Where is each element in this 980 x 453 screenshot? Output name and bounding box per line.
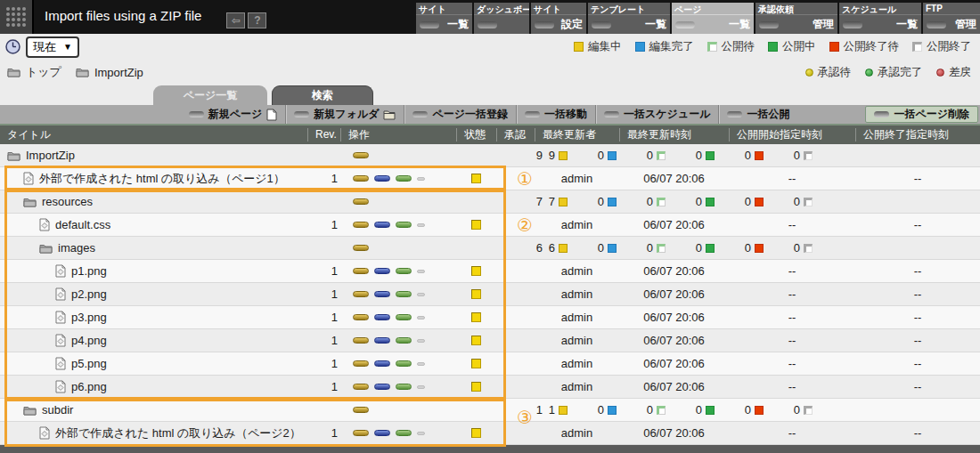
publish-pill-icon[interactable] (396, 360, 412, 367)
row-title-page[interactable]: p6.png (0, 380, 307, 393)
breadcrumb-item-1[interactable]: トップ (7, 64, 61, 80)
publish-pill-icon[interactable] (396, 291, 412, 297)
toolbar-button-4[interactable]: 一括移動 (516, 105, 595, 124)
legend-label: 差戻 (949, 65, 971, 80)
count-pair: 0 (690, 195, 739, 208)
view-tab-2[interactable]: 検索 (272, 85, 373, 105)
preview-pill-icon[interactable] (374, 360, 390, 367)
preview-pill-icon[interactable] (374, 314, 390, 320)
count-value: 0 (641, 241, 653, 255)
breadcrumb-item-2[interactable]: ImportZip (76, 66, 143, 79)
row-publish-start: -- (729, 380, 855, 393)
table-row: images6600000 (0, 237, 980, 260)
publish-pill-icon[interactable] (396, 384, 412, 390)
row-title-folder[interactable]: subdir (0, 403, 307, 417)
row-title-folder[interactable]: ImportZip (0, 149, 307, 162)
row-title-page[interactable]: p4.png (0, 334, 307, 347)
toolbar-button-6[interactable]: 一括公開 (718, 105, 797, 124)
edit-pill-icon[interactable] (353, 384, 369, 390)
row-title-label: subdir (42, 403, 73, 417)
row-status (456, 312, 496, 322)
nav-tab-8[interactable]: FTP管理 (923, 3, 980, 34)
nav-tab-1[interactable]: サイト一覧 (416, 3, 472, 34)
table-row: p1.png1admin06/07 20:06---- (0, 260, 980, 283)
edit-pill-icon[interactable] (353, 198, 369, 205)
help-icon[interactable]: ? (248, 12, 266, 28)
publish-pill-icon[interactable] (396, 175, 412, 182)
edit-pill-icon[interactable] (353, 268, 369, 274)
edit-pill-icon[interactable] (353, 222, 369, 228)
publish-pill-icon[interactable] (396, 337, 412, 344)
edit-pill-icon[interactable] (353, 175, 369, 182)
toolbar-button-1[interactable]: 新規ページ (181, 105, 286, 124)
row-title-page[interactable]: p3.png (0, 311, 307, 324)
preview-pill-icon[interactable] (374, 291, 390, 297)
nav-tab-6[interactable]: 承認依頼管理 (755, 3, 837, 34)
nav-tab-category: ページ (672, 3, 754, 15)
status-editing-icon (471, 174, 481, 183)
toolbar-button-7[interactable]: 一括ページ削除 (865, 106, 978, 123)
row-editor: admin (535, 172, 619, 185)
row-title-page[interactable]: 外部で作成された html の取り込み（ページ2） (0, 425, 307, 441)
edit-pill-icon[interactable] (353, 360, 369, 367)
edit-pill-icon[interactable] (353, 314, 369, 320)
count-pair: 0 (739, 149, 788, 162)
preview-pill-icon[interactable] (374, 175, 390, 182)
nav-tab-action: 管理 (813, 17, 834, 32)
nav-tab-action: 設定 (561, 17, 583, 32)
new-page-icon (266, 109, 277, 121)
edit-pill-icon[interactable] (353, 337, 369, 344)
publish-pill-icon[interactable] (396, 430, 412, 436)
row-title-folder[interactable]: resources (0, 195, 307, 208)
page-icon (55, 357, 66, 370)
edit-pill-icon[interactable] (353, 245, 369, 251)
row-publish-start: -- (729, 357, 855, 370)
status-marker-green-icon (706, 244, 715, 253)
nav-tab-3[interactable]: サイト設定 (531, 3, 586, 34)
back-icon[interactable]: ⇦ (226, 12, 245, 28)
row-title-page[interactable]: p2.png (0, 287, 307, 301)
nav-tab-7[interactable]: スケジュール一覧 (839, 3, 921, 34)
red-circle-icon (936, 69, 944, 77)
nav-tab-2[interactable]: ダッシュボード (474, 3, 529, 34)
time-filter-select[interactable]: 現在 ▼ (26, 36, 79, 58)
preview-pill-icon[interactable] (374, 337, 390, 344)
row-title-page[interactable]: 外部で作成された html の取り込み（ページ1） (0, 171, 307, 187)
toolbar-button-3[interactable]: ページ一括登録 (404, 105, 516, 124)
toolbar-button-5[interactable]: 一括スケジュール (595, 105, 718, 124)
preview-pill-icon[interactable] (374, 268, 390, 274)
status-marker-red-icon (755, 151, 764, 160)
preview-pill-icon[interactable] (374, 222, 390, 228)
publish-pill-icon[interactable] (396, 222, 412, 228)
toolbar-button-2[interactable]: 新規フォルダ (285, 105, 404, 124)
edit-pill-icon[interactable] (353, 291, 369, 297)
status-marker-corner-gray-icon (804, 151, 813, 160)
column-header-7: 最終更新時刻 (619, 128, 729, 142)
row-operations (340, 175, 456, 182)
publish-pill-icon[interactable] (396, 268, 412, 274)
nav-pill-icon (927, 21, 946, 28)
row-operations (340, 245, 456, 251)
preview-pill-icon[interactable] (374, 430, 390, 436)
edit-pill-icon[interactable] (353, 407, 369, 413)
nav-tab-5[interactable]: ページ一覧 (672, 3, 754, 34)
table-row: ImportZip9900000 (0, 144, 980, 167)
nav-tab-category: ダッシュボード (474, 3, 529, 15)
table-row: resources7700000 (0, 190, 980, 214)
count-value: 0 (690, 149, 702, 162)
row-title-page[interactable]: p5.png (0, 357, 307, 370)
edit-pill-icon[interactable] (353, 430, 369, 436)
publish-pill-icon[interactable] (396, 314, 412, 320)
row-editor: admin (535, 218, 619, 231)
count-value: 0 (739, 149, 751, 162)
row-title-page[interactable]: default.css (0, 218, 307, 231)
nav-tab-4[interactable]: テンプレート一覧 (588, 3, 670, 34)
preview-pill-icon[interactable] (374, 384, 390, 390)
row-updated: 06/07 20:06 (619, 357, 729, 370)
row-title-folder[interactable]: images (0, 241, 307, 255)
page-title: Import files using a ZIP file (45, 0, 201, 32)
view-tab-1[interactable]: ページ一覧 (153, 85, 267, 105)
edit-pill-icon[interactable] (353, 152, 369, 158)
approval-legend-item: 承認完了 (865, 65, 922, 80)
row-title-page[interactable]: p1.png (0, 264, 307, 278)
